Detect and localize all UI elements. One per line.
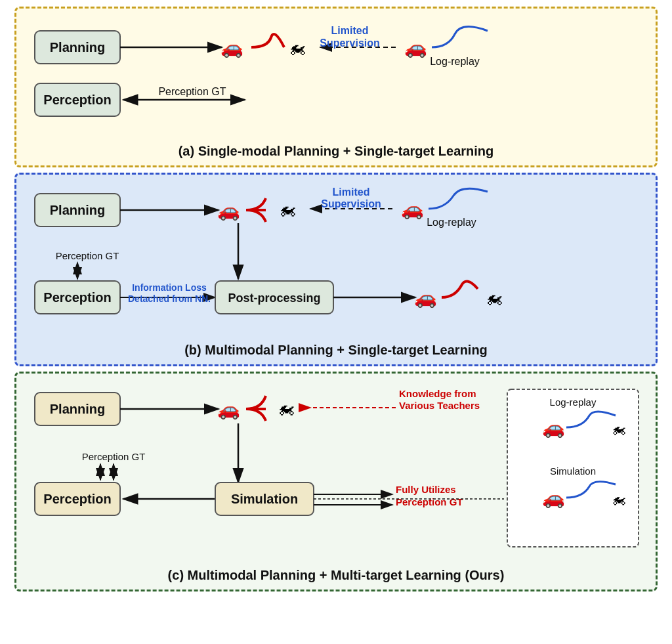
log-replay-box-c: Log-replay xyxy=(550,397,597,408)
various-teachers-c: Various Teachers xyxy=(399,400,480,411)
panel-b: Planning 🚗 🏍 🚗 Limited Supervision Log-r… xyxy=(14,173,658,366)
limited-sup-a: Limited xyxy=(331,25,369,36)
supervision-a: Supervision xyxy=(320,37,380,49)
perception-label-a: Perception xyxy=(43,93,111,107)
panel-a: Planning 🚗 🏍 🚗 Limited Supervision Log-r… xyxy=(14,7,658,167)
caption-b: (b) Multimodal Planning + Single-target … xyxy=(28,343,644,358)
panel-a-diagram: Planning 🚗 🏍 🚗 Limited Supervision Log-r… xyxy=(28,18,645,136)
panel-b-diagram: Planning 🚗 🏍 🚗 Limited Supervision Log-r… xyxy=(28,184,645,335)
ego-car-a: 🚗 xyxy=(220,37,243,58)
moto-b-top: 🏍 xyxy=(279,200,296,219)
detached-b: Detached from NN. xyxy=(128,293,211,304)
limited-b: Limited xyxy=(333,186,370,198)
ego-car-c: 🚗 xyxy=(217,398,240,420)
log-replay-label-b: Log-replay xyxy=(427,217,476,228)
post-proc-label-b: Post-processing xyxy=(228,291,320,305)
log-replay-car-a: 🚗 xyxy=(404,37,427,58)
moto-c-top: 🏍 xyxy=(278,398,295,418)
log-replay-label-a: Log-replay xyxy=(430,56,480,67)
moto-a: 🏍 xyxy=(289,38,306,58)
perception-gt-a: Perception GT xyxy=(158,86,226,97)
supervision-b: Supervision xyxy=(321,198,381,209)
caption-c: (c) Multimodal Planning + Multi-target L… xyxy=(28,568,644,583)
info-loss-b: Information Loss xyxy=(132,282,207,293)
perception-gt-c: Perception GT xyxy=(82,451,146,462)
planning-label-a: Planning xyxy=(50,40,105,54)
log-replay-car-b: 🚗 xyxy=(401,198,424,220)
moto-box-bottom: 🏍 xyxy=(612,491,626,507)
moto-b-bottom: 🏍 xyxy=(486,288,503,308)
perception-label-c: Perception xyxy=(43,492,111,506)
main-container: Planning 🚗 🏍 🚗 Limited Supervision Log-r… xyxy=(14,7,658,591)
log-replay-car-box: 🚗 xyxy=(542,417,565,439)
perception-gt2-c: Perception GT xyxy=(396,496,463,507)
perception-gt-b-label: Perception GT xyxy=(56,250,119,261)
panel-c: Planning 🚗 🏍 Knowledge from Various Teac… xyxy=(14,372,658,591)
simulation-box-label-c: Simulation xyxy=(550,465,596,477)
caption-a: (a) Single-modal Planning + Single-targe… xyxy=(28,144,644,159)
moto-box-top: 🏍 xyxy=(612,421,626,437)
sim-car-box: 🚗 xyxy=(542,487,565,509)
ego-car-b: 🚗 xyxy=(217,200,240,221)
knowledge-c: Knowledge from xyxy=(399,388,476,399)
panel-c-diagram: Planning 🚗 🏍 Knowledge from Various Teac… xyxy=(28,383,645,560)
planning-label-b: Planning xyxy=(50,203,105,217)
simulation-label-c: Simulation xyxy=(231,492,298,506)
planning-label-c: Planning xyxy=(50,402,105,416)
perception-label-b: Perception xyxy=(43,290,111,305)
fully-utilizes-c: Fully Utilizes xyxy=(396,484,456,495)
output-car-b: 🚗 xyxy=(414,287,437,309)
